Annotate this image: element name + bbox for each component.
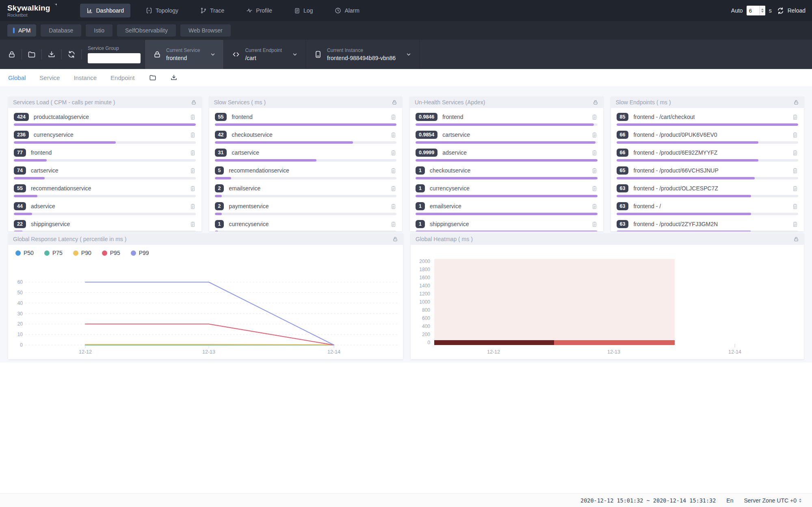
copy-icon[interactable] xyxy=(591,132,598,138)
nav-item-dashboard[interactable]: Dashboard xyxy=(80,4,131,17)
chevron-down-icon xyxy=(406,52,411,57)
status-bar: 2020-12-12 15:01:32 ~ 2020-12-14 15:31:3… xyxy=(0,493,812,507)
item-value-badge: 22 xyxy=(14,220,26,228)
metric-panels-row: Services Load ( CPM - calls per minute )… xyxy=(8,97,804,231)
server-zone-control[interactable]: Server Zone UTC +0 xyxy=(744,497,801,504)
language-selector[interactable]: En xyxy=(726,497,733,504)
copy-icon[interactable] xyxy=(792,203,798,209)
context-tab-apm[interactable]: APM xyxy=(7,24,36,37)
copy-icon[interactable] xyxy=(591,221,598,227)
copy-icon[interactable] xyxy=(390,186,396,192)
list-item: 66frontend - /product/6E92ZMYYFZ xyxy=(617,147,799,165)
context-tab-selfobservability[interactable]: SelfObservability xyxy=(117,24,176,37)
item-progress-track xyxy=(215,213,397,215)
item-progress-track xyxy=(617,123,799,126)
list-item: 1checkoutservice xyxy=(416,165,598,183)
logo-subtitle: Rocketbot xyxy=(7,13,57,17)
lock-icon[interactable] xyxy=(3,46,20,63)
copy-icon[interactable] xyxy=(190,168,196,174)
context-tab-web-browser[interactable]: Web Browser xyxy=(180,24,231,37)
download-icon[interactable] xyxy=(43,46,60,63)
topology-icon xyxy=(146,7,152,14)
tab-service[interactable]: Service xyxy=(39,74,60,81)
auto-interval-input[interactable] xyxy=(747,8,758,14)
context-tab-bar: APMDatabaseIstioSelfObservabilityWeb Bro… xyxy=(0,21,812,40)
nav-item-trace[interactable]: Trace xyxy=(194,4,231,17)
item-progress-fill xyxy=(215,213,222,215)
tab-global[interactable]: Global xyxy=(8,74,26,81)
item-value-badge: 1 xyxy=(416,184,425,192)
copy-icon[interactable] xyxy=(190,132,196,138)
copy-icon[interactable] xyxy=(792,221,798,227)
chevron-down-icon xyxy=(210,52,215,57)
copy-icon[interactable] xyxy=(390,168,396,174)
nav-item-label: Profile xyxy=(256,7,272,14)
copy-icon[interactable] xyxy=(591,150,598,156)
nav-item-profile[interactable]: Profile xyxy=(240,4,279,17)
copy-icon[interactable] xyxy=(792,150,798,156)
refresh-icon[interactable] xyxy=(63,46,80,63)
copy-icon[interactable] xyxy=(591,186,598,192)
reload-label[interactable]: Reload xyxy=(788,7,806,14)
tab-endpoint[interactable]: Endpoint xyxy=(110,74,134,81)
copy-icon[interactable] xyxy=(390,221,396,227)
copy-icon[interactable] xyxy=(190,150,196,156)
reload-icon[interactable] xyxy=(777,2,784,19)
svg-text:40: 40 xyxy=(17,300,23,306)
item-name: frontend - /product/0PUK6V6EV0 xyxy=(633,132,717,138)
context-tab-database[interactable]: Database xyxy=(41,24,81,37)
copy-icon[interactable] xyxy=(190,203,196,209)
lock-icon[interactable] xyxy=(793,99,799,105)
copy-icon[interactable] xyxy=(792,114,798,120)
download-icon[interactable] xyxy=(170,74,178,81)
folder-icon[interactable] xyxy=(23,46,40,63)
list-item: 63frontend - /product/OLJCESPC7Z xyxy=(617,183,799,201)
svg-text:12-12: 12-12 xyxy=(487,349,500,355)
copy-icon[interactable] xyxy=(792,186,798,192)
nav-item-alarm[interactable]: Alarm xyxy=(328,4,366,17)
auto-interval-stepper[interactable] xyxy=(759,6,765,15)
list-item: 55recommendationservice xyxy=(14,183,196,201)
item-value-badge: 236 xyxy=(14,131,29,139)
lock-icon[interactable] xyxy=(392,99,397,105)
context-tab-istio[interactable]: Istio xyxy=(86,24,113,37)
lock-icon[interactable] xyxy=(593,99,598,105)
lock-icon[interactable] xyxy=(191,99,197,105)
item-name: frontend xyxy=(31,149,52,156)
copy-icon[interactable] xyxy=(792,168,798,174)
item-progress-fill xyxy=(617,177,755,179)
item-name: shippingservice xyxy=(430,221,469,227)
copy-icon[interactable] xyxy=(190,221,196,227)
selector-label: Current Instance xyxy=(327,48,396,53)
copy-icon[interactable] xyxy=(591,168,598,174)
server-zone-stepper[interactable] xyxy=(799,498,801,503)
svg-text:50: 50 xyxy=(17,290,23,296)
item-progress-fill xyxy=(617,159,758,162)
copy-icon[interactable] xyxy=(190,114,196,120)
selector-current-service[interactable]: Current Servicefrontend xyxy=(145,40,224,69)
copy-icon[interactable] xyxy=(390,203,396,209)
copy-icon[interactable] xyxy=(591,114,598,120)
copy-icon[interactable] xyxy=(390,132,396,138)
copy-icon[interactable] xyxy=(390,114,396,120)
copy-icon[interactable] xyxy=(591,203,598,209)
item-value-badge: 1 xyxy=(215,220,224,228)
copy-icon[interactable] xyxy=(792,132,798,138)
top-nav-bar: Skywalking Rocketbot DashboardTopologyTr… xyxy=(0,0,812,21)
copy-icon[interactable] xyxy=(390,150,396,156)
item-progress-track xyxy=(215,177,397,179)
nav-item-log[interactable]: Log xyxy=(288,4,319,17)
item-name: cartservice xyxy=(232,149,259,156)
selector-current-endpoint[interactable]: Current Endpoint/cart xyxy=(224,40,306,69)
nav-item-topology[interactable]: Topology xyxy=(139,4,185,17)
item-progress-track xyxy=(617,213,799,215)
service-group-input[interactable] xyxy=(88,53,141,63)
context-tab-label: Istio xyxy=(94,27,104,34)
divider xyxy=(41,49,42,60)
copy-icon[interactable] xyxy=(190,186,196,192)
time-range-picker[interactable]: 2020-12-12 15:01:32 ~ 2020-12-14 15:31:3… xyxy=(580,497,716,504)
tab-instance[interactable]: Instance xyxy=(74,74,97,81)
folder-icon[interactable] xyxy=(149,74,156,81)
selector-current-instance[interactable]: Current Instancefrontend-988494b89-vbn86 xyxy=(306,40,420,69)
item-name: shippingservice xyxy=(31,221,70,227)
